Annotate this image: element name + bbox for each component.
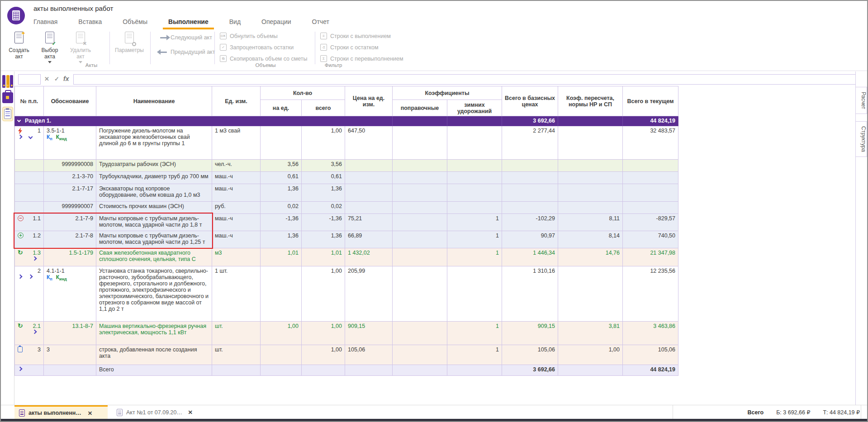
- cell-unit[interactable]: маш.-ч: [212, 214, 261, 231]
- cell-qty-per[interactable]: 1,01: [261, 248, 302, 266]
- chevron-right-icon[interactable]: [33, 256, 37, 261]
- cell-basis[interactable]: [44, 365, 96, 376]
- cell-unit[interactable]: 1 м3 свай: [212, 126, 261, 160]
- cell-coef-winter[interactable]: 1: [447, 345, 502, 365]
- cell-price[interactable]: 75,21: [345, 214, 393, 231]
- choose-act-dropdown-icon[interactable]: [48, 61, 52, 63]
- cell-coef-recalc[interactable]: [558, 160, 623, 172]
- tab-operacii[interactable]: Операции: [261, 18, 291, 25]
- cell-qty-total[interactable]: 1,00: [302, 126, 345, 160]
- cell-unit[interactable]: шт.: [212, 345, 261, 365]
- cell-total-base[interactable]: 3 692,66: [502, 116, 558, 126]
- act-sheet-icon-selected[interactable]: [2, 107, 13, 121]
- tab-glavnaya[interactable]: Главная: [33, 18, 57, 25]
- zero-volumes-button[interactable]: 0✕ Обнулить объемы: [220, 33, 278, 39]
- cell-price[interactable]: 1 432,02: [345, 248, 393, 266]
- cell-qty-per[interactable]: 0,61: [261, 172, 302, 184]
- cell-unit[interactable]: маш.-ч: [212, 184, 261, 202]
- tab-otchet[interactable]: Отчет: [312, 18, 329, 25]
- next-act-button[interactable]: Следующий акт: [160, 34, 212, 41]
- create-act-button[interactable]: ✦ Создать акт: [5, 31, 33, 60]
- cell-price[interactable]: [345, 184, 393, 202]
- cell-total-current[interactable]: 740,50: [623, 231, 678, 248]
- col-header-total-base[interactable]: Всего в базисных ценах: [502, 86, 558, 116]
- col-header-coef-group[interactable]: Коэффициенты: [393, 86, 502, 100]
- cell-total-current[interactable]: [623, 172, 678, 184]
- cell-basis[interactable]: 2.1-7-9: [44, 214, 96, 231]
- cell-num[interactable]: ↻2.1: [15, 322, 44, 345]
- chevron-right-icon[interactable]: [28, 275, 33, 279]
- percent-remainder-button[interactable]: ✓ Запроцентовать остатки: [220, 44, 294, 51]
- side-tab-struktura[interactable]: Структура: [855, 121, 867, 157]
- copy-volume-button[interactable]: ⧉ Скопировать объем со сметы: [220, 55, 308, 62]
- cell-total-base[interactable]: 1 446,34: [502, 248, 558, 266]
- cell-coef-corr[interactable]: [393, 172, 447, 184]
- cell-coef-recalc[interactable]: [558, 126, 623, 160]
- col-header-coef-winter[interactable]: зимних удорожаний: [447, 100, 502, 116]
- cell-coef-corr[interactable]: [393, 214, 447, 231]
- cell-name[interactable]: Трубоукладчики, диаметр труб до 700 мм: [96, 172, 212, 184]
- cell-coef-winter[interactable]: [447, 116, 502, 126]
- cell-total-current[interactable]: 105,06: [623, 345, 678, 365]
- col-header-coef-corr[interactable]: поправочные: [393, 100, 447, 116]
- cancel-formula-icon[interactable]: ✕: [44, 76, 49, 82]
- cell-total-base[interactable]: 105,06: [502, 345, 558, 365]
- tab-obyomy[interactable]: Объёмы: [123, 18, 147, 25]
- cell-coef-corr[interactable]: [393, 345, 447, 365]
- cell-num[interactable]: +1.2: [15, 231, 44, 248]
- cell-total-base[interactable]: 90,97: [502, 231, 558, 248]
- cell-name[interactable]: Трудозатраты рабочих (ЭСН): [96, 160, 212, 172]
- cell-coef-corr[interactable]: [393, 116, 447, 126]
- side-tab-raschet[interactable]: Расчет: [855, 87, 867, 114]
- cell-qty-per[interactable]: 1,00: [261, 322, 302, 345]
- col-header-basis[interactable]: Обоснование: [44, 86, 96, 116]
- chevron-down-icon[interactable]: [17, 119, 21, 122]
- filter-done-rows-button[interactable]: ≡ Строки с выполнением: [320, 33, 391, 39]
- cell-price[interactable]: 205,99: [345, 266, 393, 322]
- cell-price[interactable]: [345, 202, 393, 214]
- cell-total-current[interactable]: -829,57: [623, 214, 678, 231]
- cell-basis[interactable]: 4.1-1-1КпКинд: [44, 266, 96, 322]
- cell-reference-box[interactable]: [18, 74, 41, 85]
- cell-coef-winter[interactable]: [447, 172, 502, 184]
- cell-total-base[interactable]: [502, 184, 558, 202]
- cell-num[interactable]: [15, 202, 44, 214]
- cell-total-current[interactable]: [623, 184, 678, 202]
- col-header-coef-recalc[interactable]: Коэф. пересчета, нормы НР и СП: [558, 86, 623, 116]
- parameters-button[interactable]: Параметры: [115, 31, 144, 53]
- cell-qty-per[interactable]: -1,36: [261, 214, 302, 231]
- cell-total-base[interactable]: [502, 172, 558, 184]
- col-header-num[interactable]: № п.п.: [15, 86, 44, 116]
- cell-qty-total[interactable]: -1,36: [302, 214, 345, 231]
- cell-basis[interactable]: 3: [44, 345, 96, 365]
- cell-coef-recalc[interactable]: [558, 266, 623, 322]
- col-header-price[interactable]: Цена на ед. изм.: [345, 86, 393, 116]
- cell-coef-winter[interactable]: 1: [447, 322, 502, 345]
- cell-qty-per[interactable]: 1,36: [261, 184, 302, 202]
- cell-price[interactable]: [345, 365, 393, 376]
- choose-act-button[interactable]: ✓ Выбор акта: [35, 31, 64, 63]
- cell-coef-recalc[interactable]: 1,00: [558, 345, 623, 365]
- cell-num[interactable]: [15, 184, 44, 202]
- cell-qty-total[interactable]: 1,01: [302, 248, 345, 266]
- cell-name[interactable]: Установка станка токарного, сверлильно-р…: [96, 266, 212, 322]
- cell-qty-total[interactable]: 1,00: [302, 266, 345, 322]
- cell-num[interactable]: [15, 172, 44, 184]
- cell-coef-recalc[interactable]: 8,14: [558, 231, 623, 248]
- cell-coef-recalc[interactable]: [558, 202, 623, 214]
- cell-coef-recalc[interactable]: [558, 116, 623, 126]
- cell-name[interactable]: Мачты копровые с трубчатым дизель-молото…: [96, 214, 212, 231]
- cell-qty-per[interactable]: 1,36: [261, 231, 302, 248]
- cell-total-base[interactable]: -102,29: [502, 214, 558, 231]
- cell-coef-corr[interactable]: [393, 322, 447, 345]
- cell-coef-winter[interactable]: [447, 184, 502, 202]
- cell-qty-total[interactable]: 0,61: [302, 172, 345, 184]
- cell-coef-recalc[interactable]: 14,76: [558, 248, 623, 266]
- cell-qty-per[interactable]: 0,02: [261, 202, 302, 214]
- cell-name[interactable]: Мачты копровые с трубчатым дизель-молото…: [96, 231, 212, 248]
- tab-vstavka[interactable]: Вставка: [78, 18, 102, 25]
- cell-coef-corr[interactable]: [393, 160, 447, 172]
- chevron-right-icon[interactable]: [33, 330, 37, 334]
- cell-coef-corr[interactable]: [393, 184, 447, 202]
- col-header-qty-total[interactable]: всего: [302, 100, 345, 116]
